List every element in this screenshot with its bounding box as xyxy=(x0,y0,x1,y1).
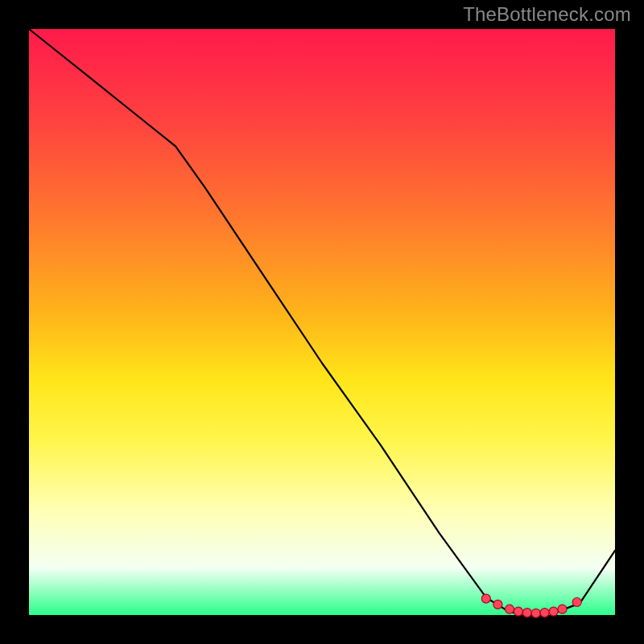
marker-point xyxy=(522,609,531,617)
marker-point xyxy=(540,609,549,617)
marker-point xyxy=(506,605,514,613)
bottleneck-curve xyxy=(29,29,615,615)
plot-svg xyxy=(29,29,615,615)
plot-area xyxy=(29,29,615,615)
marker-point xyxy=(481,594,490,603)
marker-point xyxy=(558,605,567,613)
marker-point xyxy=(531,609,540,617)
marker-point xyxy=(514,607,522,616)
marker-point xyxy=(549,607,558,616)
attribution-text: TheBottleneck.com xyxy=(463,3,631,26)
chart-frame: TheBottleneck.com xyxy=(0,0,644,644)
marker-point xyxy=(572,598,581,607)
marker-point xyxy=(493,600,502,609)
highlight-cluster xyxy=(481,594,581,617)
